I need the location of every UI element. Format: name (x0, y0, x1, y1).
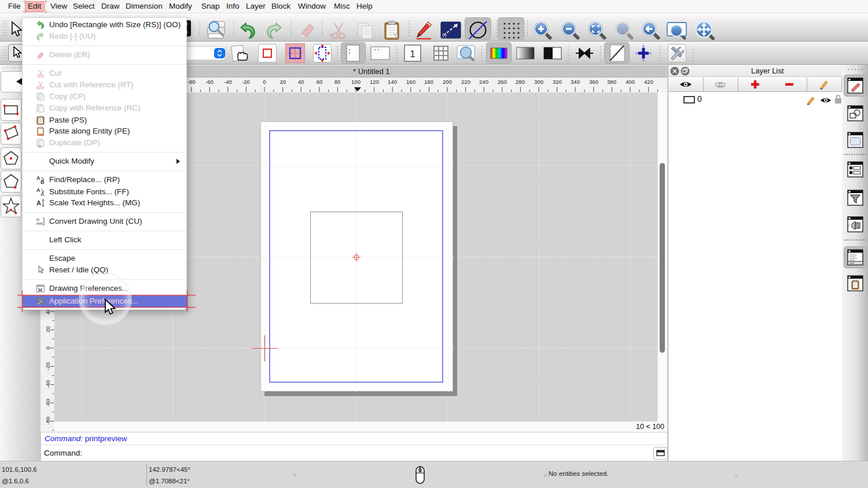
svg-text:mm: mm (36, 221, 43, 225)
svg-text:A: A (36, 187, 41, 193)
svg-text:in: in (36, 217, 39, 221)
svg-text:A: A (36, 175, 41, 181)
svg-text:A: A (36, 199, 41, 206)
